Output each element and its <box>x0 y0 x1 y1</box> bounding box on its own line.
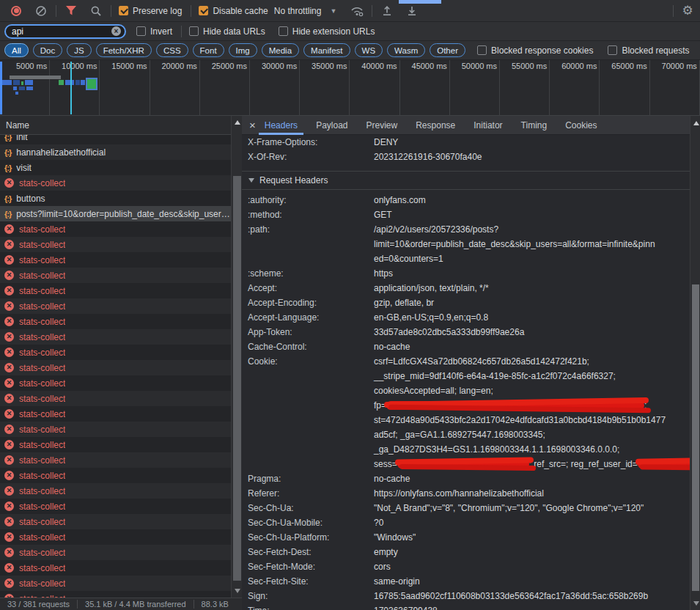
network-overview-timeline[interactable]: 5000 ms10000 ms15000 ms20000 ms25000 ms3… <box>0 60 700 116</box>
type-filter-pill-all[interactable]: All <box>4 43 29 57</box>
request-row[interactable]: {:}init <box>0 135 231 144</box>
request-name: stats-collect <box>19 486 65 496</box>
filter-button[interactable] <box>62 2 80 20</box>
request-row[interactable]: ✕stats-collect <box>0 345 231 360</box>
request-row[interactable]: {:}hannahelizabethofficial <box>0 144 231 160</box>
type-filter-pill-ws[interactable]: WS <box>355 43 383 57</box>
header-row: Sec-Ch-Ua:"Not_A Brand";v="8", "Chromium… <box>242 501 690 515</box>
type-filter-pill-css[interactable]: CSS <box>156 43 188 57</box>
preserve-log-checkbox[interactable]: Preserve log <box>119 6 185 16</box>
request-row[interactable]: ✕stats-collect <box>0 529 231 545</box>
type-filter-pill-manifest[interactable]: Manifest <box>303 43 350 57</box>
request-list-scrollbar[interactable] <box>231 116 242 598</box>
request-row[interactable]: ✕stats-collect <box>0 422 231 437</box>
request-row[interactable]: {:}visit <box>0 160 231 175</box>
record-button[interactable] <box>7 2 25 20</box>
overview-selected-request-box <box>86 78 97 90</box>
request-row[interactable]: ✕stats-collect <box>0 514 231 529</box>
header-name: :path: <box>248 222 372 237</box>
timeline-tick-label: 30000 ms <box>250 60 300 115</box>
type-filter-pill-font[interactable]: Font <box>193 43 224 57</box>
request-row[interactable]: ✕stats-collect <box>0 375 231 391</box>
tab-headers[interactable]: Headers <box>263 116 299 135</box>
request-row[interactable]: ✕stats-collect <box>0 237 231 252</box>
request-row[interactable]: ✕stats-collect <box>0 175 231 191</box>
type-filter-pill-wasm[interactable]: Wasm <box>387 43 425 57</box>
tab-preview[interactable]: Preview <box>365 116 399 135</box>
tab-initiator[interactable]: Initiator <box>472 116 504 135</box>
request-row[interactable]: ✕stats-collect <box>0 268 231 283</box>
tab-payload[interactable]: Payload <box>314 116 349 135</box>
throttling-dropdown[interactable]: No throttling ▼ <box>274 6 342 16</box>
request-row[interactable]: {:}buttons <box>0 191 231 206</box>
scroll-down-icon[interactable] <box>232 586 243 596</box>
invert-checkbox[interactable]: Invert <box>136 26 175 37</box>
type-filter-pill-img[interactable]: Img <box>229 43 257 57</box>
request-row[interactable]: {:}posts?limit=10&order=publish_date_des… <box>0 206 231 221</box>
request-row[interactable]: ✕stats-collect <box>0 406 231 422</box>
settings-gear-icon[interactable]: ⚙ <box>679 2 696 20</box>
request-row[interactable]: ✕stats-collect <box>0 437 231 452</box>
header-name: Sec-Ch-Ua-Mobile: <box>248 515 372 530</box>
scroll-down-icon[interactable] <box>690 598 700 609</box>
hide-extension-urls-checkbox[interactable]: Hide extension URLs <box>279 26 378 37</box>
timeline-tick-label: 55000 ms <box>500 60 550 115</box>
request-row[interactable]: ✕stats-collect <box>0 314 231 329</box>
tab-response[interactable]: Response <box>414 116 457 135</box>
detail-pane-scrollbar[interactable] <box>690 116 700 610</box>
error-icon: ✕ <box>4 517 14 526</box>
disable-cache-checkbox[interactable]: Disable cache <box>199 6 270 16</box>
header-value-text: "Windows" <box>374 532 416 543</box>
hide-data-urls-checkbox[interactable]: Hide data URLs <box>189 26 268 37</box>
request-row[interactable]: ✕stats-collect <box>0 576 231 591</box>
clear-input-icon[interactable]: × <box>111 26 121 36</box>
search-button[interactable] <box>87 2 105 20</box>
tab-cookies[interactable]: Cookies <box>564 116 598 135</box>
import-har-button[interactable] <box>378 2 396 20</box>
request-row[interactable]: ✕stats-collect <box>0 329 231 345</box>
scroll-up-icon[interactable] <box>232 117 243 128</box>
export-har-button[interactable] <box>403 2 421 20</box>
request-row[interactable]: ✕stats-collect <box>0 545 231 560</box>
scrollbar-thumb[interactable] <box>233 176 241 581</box>
request-name: stats-collect <box>19 455 65 466</box>
request-row[interactable]: ✕stats-collect <box>0 391 231 406</box>
request-row[interactable]: ✕stats-collect <box>0 560 231 576</box>
blocked-requests-checkbox[interactable]: Blocked requests <box>608 45 692 56</box>
clear-button[interactable] <box>32 2 50 20</box>
overview-request-bar <box>65 80 74 85</box>
close-icon[interactable]: × <box>249 116 256 135</box>
request-row[interactable]: ✕stats-collect <box>0 360 231 375</box>
header-value-line: 1703636799438 <box>374 603 690 610</box>
type-filter-pill-other[interactable]: Other <box>430 43 465 57</box>
request-row[interactable]: ✕stats-collect <box>0 499 231 514</box>
request-row[interactable]: ✕stats-collect <box>0 252 231 268</box>
scroll-up-icon[interactable] <box>690 118 700 128</box>
request-row[interactable]: ✕stats-collect <box>0 591 231 598</box>
json-icon: {:} <box>4 163 11 172</box>
header-value-line: https://onlyfans.com/hannahelizabethoffi… <box>374 486 690 501</box>
error-icon: ✕ <box>4 548 14 557</box>
request-row[interactable]: ✕stats-collect <box>0 221 231 237</box>
request-row[interactable]: ✕stats-collect <box>0 468 231 483</box>
blocked-response-cookies-checkbox[interactable]: Blocked response cookies <box>477 45 596 56</box>
header-value: no-cache <box>374 339 690 354</box>
filter-input[interactable] <box>4 24 126 39</box>
headers-content: X-Frame-Options:DENYX-Of-Rev:20231226191… <box>242 135 690 610</box>
section-header-request-headers[interactable]: Request Headers <box>242 171 690 190</box>
request-name: stats-collect <box>19 240 65 250</box>
scrollbar-thumb[interactable] <box>692 284 699 591</box>
tab-timing[interactable]: Timing <box>520 116 549 135</box>
request-row[interactable]: ✕stats-collect <box>0 283 231 298</box>
overview-window-left-handle[interactable] <box>0 62 2 114</box>
type-filter-pill-fetch-xhr[interactable]: Fetch/XHR <box>96 43 152 57</box>
request-row[interactable]: ✕stats-collect <box>0 298 231 314</box>
type-filter-pill-js[interactable]: JS <box>67 43 91 57</box>
type-filter-pill-doc[interactable]: Doc <box>33 43 62 57</box>
header-value-text: same-origin <box>374 576 420 587</box>
network-conditions-button[interactable] <box>348 2 366 20</box>
type-filter-pill-media[interactable]: Media <box>262 43 299 57</box>
name-column-header[interactable]: Name <box>0 116 231 135</box>
request-row[interactable]: ✕stats-collect <box>0 452 231 468</box>
request-row[interactable]: ✕stats-collect <box>0 483 231 499</box>
